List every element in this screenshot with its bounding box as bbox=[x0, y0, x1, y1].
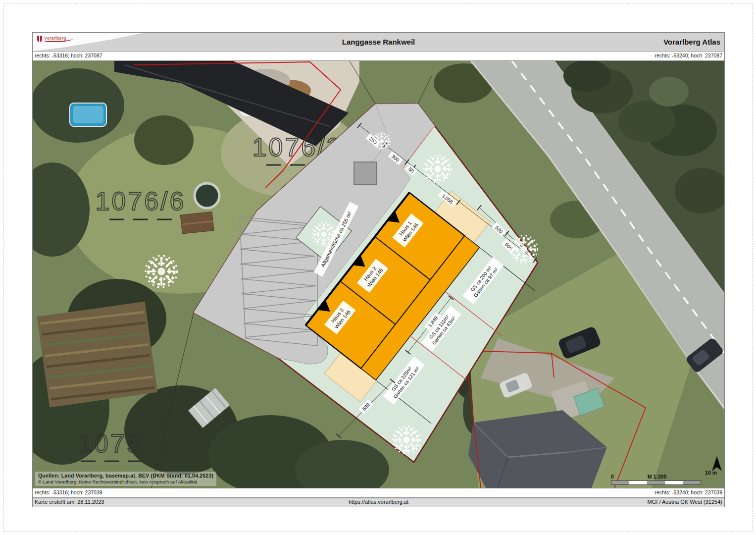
map-canvas: 1076/3 1076/6 1075 bbox=[33, 61, 724, 488]
scale-bar-segments bbox=[611, 481, 701, 485]
garden-beds bbox=[37, 302, 158, 408]
sources-line1: Quellen: Land Vorarlberg, basemap.at, BE… bbox=[38, 473, 213, 479]
footer-url: https://atlas.vorarlberg.at bbox=[33, 499, 724, 505]
coord-bottom-left: rechts: -53316; hoch: 237039 bbox=[35, 489, 102, 495]
scale-ratio: M 1:200 bbox=[611, 474, 703, 480]
map-sources: Quellen: Land Vorarlberg, basemap.at, BE… bbox=[35, 472, 216, 486]
footer-crs: MGI / Austria GK West (31254) bbox=[648, 499, 722, 505]
footer-bar: Karte erstellt am: 28.11.2023 https://at… bbox=[33, 498, 724, 507]
coord-bottom-right: rechts: -53240; hoch: 237039 bbox=[655, 489, 722, 495]
coordinate-row-bottom: rechts: -53316; hoch: 237039 rechts: -53… bbox=[33, 488, 724, 498]
swimming-pool-blue bbox=[70, 103, 106, 126]
trampoline bbox=[195, 183, 219, 208]
sources-line2: © Land Vorarlberg: Keine Rechtsverbindli… bbox=[38, 479, 213, 485]
atlas-print-page: Vorarlberg Langgasse Rankweil Vorarlberg… bbox=[0, 0, 756, 535]
coord-top-left: rechts: -53316; hoch: 237087 bbox=[35, 53, 102, 58]
utility-square bbox=[354, 162, 377, 185]
scale-bar: 0 M 1:200 10 m bbox=[611, 474, 703, 485]
parcel-label: 1076/6 bbox=[95, 187, 186, 215]
map-frame: Vorarlberg Langgasse Rankweil Vorarlberg… bbox=[32, 32, 725, 507]
coord-top-right: rechts: -53240; hoch: 237087 bbox=[655, 53, 722, 58]
app-title: Vorarlberg Atlas bbox=[663, 33, 720, 51]
coordinate-row-top: rechts: -53316; hoch: 237087 rechts: -53… bbox=[33, 52, 724, 61]
map-title: Langgasse Rankweil bbox=[33, 33, 724, 51]
map-svg: 1076/3 1076/6 1075 bbox=[33, 61, 724, 488]
scale-max: 10 m bbox=[705, 470, 717, 476]
parcel-label: 1075 bbox=[78, 429, 143, 458]
map-header: Vorarlberg Langgasse Rankweil Vorarlberg… bbox=[33, 33, 724, 52]
